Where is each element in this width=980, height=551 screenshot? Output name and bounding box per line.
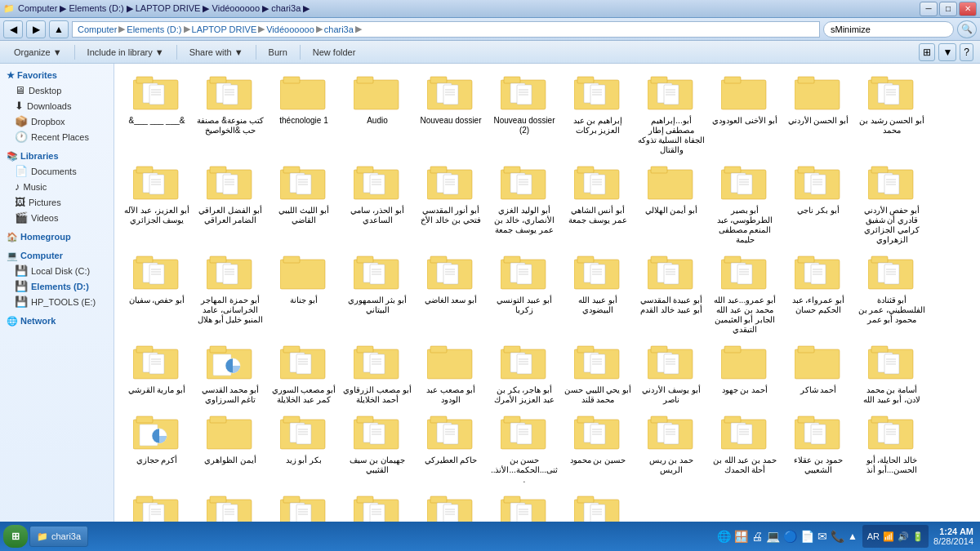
list-item[interactable]: أبو قثنادة الفلسطيني، عمر بن محمود أبو ع… xyxy=(856,250,928,338)
sidebar-item-recent[interactable]: 🕐 Recent Places xyxy=(0,129,114,144)
list-item[interactable]: Audio xyxy=(341,70,413,158)
sidebar-item-localc[interactable]: 💾 Local Disk (C:) xyxy=(0,263,114,278)
list-item[interactable]: أحمد بن جهود xyxy=(709,340,781,408)
svg-rect-236 xyxy=(577,346,594,353)
list-item[interactable]: أبو بصير الطرطوسي، عبد المنعم مصطفى حليم… xyxy=(709,160,781,248)
list-item[interactable]: أبو عمرو...عبد الله محمد بن عبد الله الج… xyxy=(709,250,781,338)
start-button[interactable]: ⊞ xyxy=(3,525,28,548)
sidebar-item-documents[interactable]: 📄 Documents xyxy=(0,163,114,179)
list-item[interactable]: أبو الحسن الأردني xyxy=(782,70,854,158)
view-icons-button[interactable]: ⊞ xyxy=(919,43,935,61)
list-item[interactable]: أبو جنانة xyxy=(268,250,340,338)
sys-tray: AR 📶 🔊 🔋 xyxy=(862,525,929,548)
list-item[interactable]: أبو بثر السمهوري البيتاني xyxy=(341,250,413,338)
list-item[interactable]: أبو عمرواء، عبد الحكيم حسان xyxy=(782,250,854,338)
list-item[interactable]: حسين بن محمود xyxy=(562,410,634,488)
list-item[interactable]: أبو الوليد الغزي الأنصاري، خالد بن عمر ي… xyxy=(488,160,560,248)
up-button[interactable]: ▲ xyxy=(49,20,69,38)
list-item[interactable]: حسن بن ثنى...الحكمة...الأنذ... xyxy=(488,410,560,488)
list-item[interactable]: &___ ___ ___& xyxy=(121,70,193,158)
taskbar-window[interactable]: 📁 chari3a xyxy=(29,526,88,547)
sidebar-item-music[interactable]: ♪ Music xyxy=(0,179,114,194)
list-item[interactable]: أبو مارية القرشي xyxy=(121,340,193,408)
sidebar-homegroup-header[interactable]: 🏠 Homegroup xyxy=(0,229,114,244)
list-item[interactable]: أبو يوسف الأردني ناصر xyxy=(635,340,707,408)
path-laptop[interactable]: LAPTOP DRIVE xyxy=(192,24,257,34)
sidebar-item-hptools[interactable]: 💾 HP_TOOLS (E:) xyxy=(0,294,114,309)
forward-button[interactable]: ▶ xyxy=(26,20,46,38)
sidebar-network-header[interactable]: 🌐 Network xyxy=(0,313,114,328)
list-item[interactable]: أبو عبيد التونسي زكريا xyxy=(488,250,560,338)
sidebar-computer-header[interactable]: 💻 Computer xyxy=(0,247,114,263)
list-item[interactable]: أبو هاجر، بكر بن عبد العزيز الأمرك xyxy=(488,340,560,408)
sidebar-item-pictures[interactable]: 🖼 Pictures xyxy=(0,194,114,210)
back-button[interactable]: ◀ xyxy=(3,20,23,38)
search-input[interactable] xyxy=(823,21,954,38)
list-item[interactable]: أبو الحسن رشيد بن محمد xyxy=(856,70,928,158)
view-list-button[interactable]: ▼ xyxy=(938,43,956,61)
list-item[interactable]: خالد الحايلة، أبو الحسن...أبو أنذ xyxy=(856,410,928,488)
path-elements[interactable]: Elements (D:) xyxy=(127,24,181,34)
sidebar-favorites-header[interactable]: ★ Favorites xyxy=(0,67,114,82)
list-item[interactable]: أحمد شاكر xyxy=(782,340,854,408)
sidebar-item-downloads[interactable]: ⬇ Downloads xyxy=(0,98,114,113)
list-item[interactable]: أبو مصعب عبد الودود xyxy=(415,340,487,408)
sidebar-item-videos[interactable]: 🎬 Videos xyxy=(0,210,114,225)
list-item[interactable]: حمود بن عقلاء الشعيبي xyxy=(782,410,854,488)
list-item[interactable]: أبو محمد القدسي تاغم السرزاوي xyxy=(194,340,266,408)
sidebar-libraries-header[interactable]: 📚 Libraries xyxy=(0,148,114,163)
list-item[interactable]: أبو مصعب الزرقاوي أحمد الخلايلة xyxy=(341,340,413,408)
maximize-button[interactable]: □ xyxy=(939,2,957,16)
list-item[interactable]: أبو حفص، سفيان xyxy=(121,250,193,338)
list-item[interactable]: أبو الحذر، سامي الساعدي xyxy=(341,160,413,248)
list-item[interactable]: أبو أنس الشاهي عمر يوسف جمعة xyxy=(562,160,634,248)
list-item[interactable]: Nouveau dossier xyxy=(415,70,487,158)
list-item[interactable]: أبو العزيز، عبد الآله يوسف الجزائري xyxy=(121,160,193,248)
list-item[interactable]: أبو أنور المقدسي فتحي بن خالد الأخ xyxy=(415,160,487,248)
list-item[interactable]: أبو الأخنى العودودي xyxy=(709,70,781,158)
list-item[interactable]: بكر أبو زيد xyxy=(268,410,340,488)
burn-button[interactable]: Burn xyxy=(261,43,295,61)
list-item[interactable]: أبو مصعب السوري كمر عبد الخلايلة xyxy=(268,340,340,408)
list-item[interactable]: حمد بن ريس الريس xyxy=(635,410,707,488)
list-item[interactable]: أسامة بن محمد لادن، أبو عبيد الله xyxy=(856,340,928,408)
list-item[interactable]: Nouveau dossier (2) xyxy=(488,70,560,158)
path-computer[interactable]: Computer xyxy=(78,24,117,34)
list-item[interactable]: أبو أيمن الهلالي xyxy=(635,160,707,248)
list-item[interactable]: جهيمان بن سيف القثيبي xyxy=(341,410,413,488)
svg-rect-250 xyxy=(724,346,741,353)
minimize-button[interactable]: ─ xyxy=(920,2,938,16)
help-button[interactable]: ? xyxy=(960,43,973,61)
list-item[interactable]: أبو حفص الأردني قادري أن شفيق كرامي الجز… xyxy=(856,160,928,248)
address-path[interactable]: Computer ▶ Elements (D:) ▶ LAPTOP DRIVE … xyxy=(72,21,820,38)
path-video[interactable]: Vidéoooooo xyxy=(266,24,314,34)
list-item[interactable]: إبراهيم بن عبد العزيز بركات xyxy=(562,70,634,158)
list-item[interactable]: أبو الفضل العراقي الضامر العراقي xyxy=(194,160,266,248)
share-with-button[interactable]: Share with ▼ xyxy=(182,43,251,61)
list-item[interactable]: أيمن الظواهري xyxy=(194,410,266,488)
list-item[interactable]: أكرم حجازي xyxy=(121,410,193,488)
list-item[interactable]: أبو...إبراهيم مصطفى إطار الجفاة النسلية … xyxy=(635,70,707,158)
include-library-button[interactable]: Include in library ▼ xyxy=(80,43,172,61)
path-chari3a[interactable]: chari3a xyxy=(324,24,354,34)
list-item[interactable]: أبو عبيد الله البيضودي xyxy=(562,250,634,338)
organize-button[interactable]: Organize ▼ xyxy=(7,43,69,61)
list-item[interactable]: أبو سعد الغاضي xyxy=(415,250,487,338)
folder-label: أبو الفضل العراقي الضامر العراقي xyxy=(196,206,265,225)
search-button[interactable]: 🔍 xyxy=(957,20,977,38)
sidebar-item-desktop[interactable]: 🖥 Desktop xyxy=(0,82,114,98)
list-item[interactable]: أبو حمزة المهاجر الخراسانى، عامد المنبو … xyxy=(194,250,266,338)
close-button[interactable]: ✕ xyxy=(959,2,977,16)
list-item[interactable]: حاكم العطيركي xyxy=(415,410,487,488)
sidebar-item-elementsd[interactable]: 💾 Elements (D:) xyxy=(0,278,114,294)
folder-label: أبو حفص الأردني قادري أن شفيق كرامي الجز… xyxy=(858,206,926,245)
list-item[interactable]: أبو عبيدة المقدسي أبو عبيد خالد القدم xyxy=(635,250,707,338)
sidebar-item-dropbox[interactable]: 📦 Dropbox xyxy=(0,113,114,129)
list-item[interactable]: كتب منوعة& مصنفة حب &الخواصيخ xyxy=(194,70,266,158)
list-item[interactable]: أبو يحي الليبي حسن محمد قلند xyxy=(562,340,634,408)
list-item[interactable]: أبو الليث الليبي القاضي xyxy=(268,160,340,248)
new-folder-button[interactable]: New folder xyxy=(305,43,363,61)
list-item[interactable]: 1 thécnologie xyxy=(268,70,340,158)
list-item[interactable]: أبو بكر ناجي xyxy=(782,160,854,248)
list-item[interactable]: حمد بن عبد الله بن أحلة الحمدك xyxy=(709,410,781,488)
